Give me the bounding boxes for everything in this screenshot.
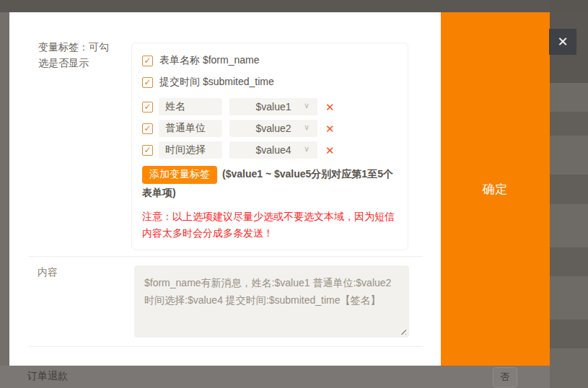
sms-variable-dialog: 变量标签：可勾选是否显示 ✓ 表单名称 $form_name ✓ 提交时间 $s… [9,12,550,366]
order-refund-label: 订单退款 [27,370,68,383]
selected-value: $value4 [255,144,291,156]
check-icon: ✓ [144,123,151,133]
variable-row: ✓ $value2 ∨ ✕ [142,120,398,137]
remove-variable-button[interactable]: ✕ [325,123,335,134]
background-page-row: 订单退款 否 [0,366,550,388]
close-button[interactable]: ✕ [549,29,576,55]
variable-checkbox[interactable]: ✓ [142,145,153,156]
background-top-band [0,0,588,12]
remove-icon: ✕ [325,144,335,156]
remove-variable-button[interactable]: ✕ [325,145,335,156]
dialog-body: 变量标签：可勾选是否显示 ✓ 表单名称 $form_name ✓ 提交时间 $s… [9,12,441,366]
add-variable-tag-button[interactable]: 添加变量标签 [142,166,217,184]
chevron-down-icon: ∨ [304,123,310,132]
check-icon: ✓ [144,56,151,66]
variable-checkbox[interactable]: ✓ [142,123,153,134]
sms-content-textarea[interactable]: $form_name有新消息，姓名:$value1 普通单位:$value2 时… [134,265,409,338]
section-divider [29,346,423,347]
form-name-checkbox[interactable]: ✓ [142,56,153,66]
variable-tags-box: ✓ 表单名称 $form_name ✓ 提交时间 $submited_time … [131,43,408,250]
sms-warning-text: 注意：以上选项建议尽量少选或不要选文本域，因为短信内容太多时会分成多条发送！ [142,208,398,242]
variable-name-input[interactable] [159,98,222,115]
form-name-option-label: 表单名称 $form_name [159,54,259,67]
close-icon: ✕ [557,35,568,49]
check-icon: ✓ [144,77,151,87]
variable-row: ✓ $value4 ∨ ✕ [142,141,398,159]
remove-variable-button[interactable]: ✕ [325,102,335,113]
check-icon: ✓ [144,102,151,112]
selected-value: $value2 [255,123,291,134]
chevron-down-icon: ∨ [304,144,310,154]
submit-time-checkbox[interactable]: ✓ [142,77,153,88]
content-label: 内容 [38,266,58,279]
submit-time-option-label: 提交时间 $submited_time [159,76,274,89]
variable-tags-label: 变量标签：可勾选是否显示 [38,39,112,71]
order-refund-no-button[interactable]: 否 [493,367,517,387]
remove-icon: ✕ [325,101,335,113]
chevron-down-icon: ∨ [304,101,310,110]
variable-name-input[interactable] [159,120,222,137]
selected-value: $value1 [255,101,291,113]
confirm-panel: 确定 [441,12,550,366]
variable-row: ✓ $value1 ∨ ✕ [142,98,398,115]
fixed-option-row: ✓ 提交时间 $submited_time [142,76,398,88]
check-icon: ✓ [144,145,151,155]
variable-value-select[interactable]: $value1 ∨ [229,98,317,115]
variable-value-select[interactable]: $value4 ∨ [229,141,317,159]
remove-icon: ✕ [325,123,335,135]
variable-checkbox[interactable]: ✓ [142,102,153,113]
confirm-button[interactable]: 确定 [483,181,509,198]
fixed-option-row: ✓ 表单名称 $form_name [142,55,398,66]
variable-value-select[interactable]: $value2 ∨ [229,120,317,137]
variable-name-input[interactable] [159,141,222,159]
section-divider [29,256,423,257]
content-textarea-wrap: $form_name有新消息，姓名:$value1 普通单位:$value2 时… [134,265,409,338]
add-variable-row: 添加变量标签($value1 ~ $value5分别对应第1至5个表单项) [142,165,398,201]
background-table-rows [550,0,588,388]
